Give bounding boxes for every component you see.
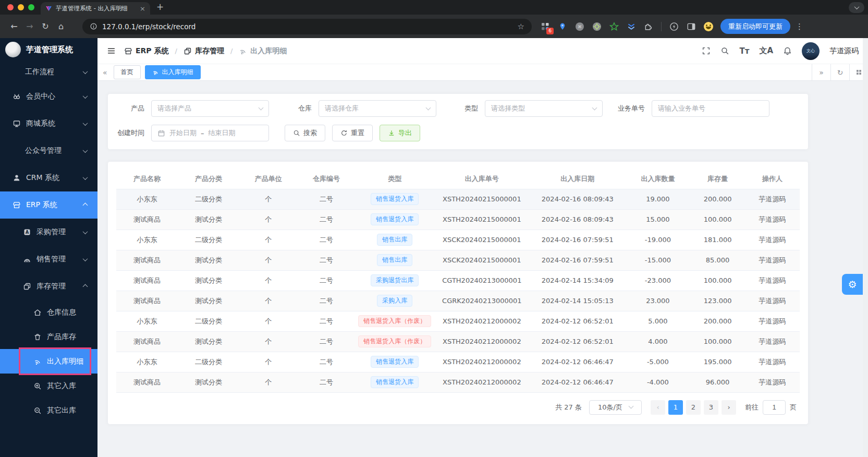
export-button[interactable]: 导出: [380, 125, 420, 141]
cell-product: 测试商品: [116, 372, 178, 392]
site-info-icon[interactable]: [90, 22, 97, 30]
language-icon[interactable]: 文A: [759, 46, 773, 56]
extension-circle-icon-2[interactable]: [592, 22, 602, 31]
browser-tab[interactable]: 芋道管理系统 - 出入库明细 ×: [41, 2, 150, 15]
tabs-refresh-icon[interactable]: ↻: [830, 64, 849, 80]
sidebar-item-9[interactable]: 仓库信息: [0, 300, 97, 324]
notification-bell-icon[interactable]: [783, 46, 792, 55]
cell-date: 2024-02-12 06:46:47: [530, 352, 626, 372]
page-button-1[interactable]: 1: [668, 400, 683, 415]
sidebar-item-10[interactable]: 产品库存: [0, 324, 97, 349]
window-zoom-button[interactable]: [28, 4, 34, 10]
sidebar-item-label: 采购管理: [36, 227, 66, 237]
theme-settings-button[interactable]: ⚙: [842, 274, 863, 295]
page-number-buttons: 123: [667, 400, 720, 415]
cell-category: 测试分类: [178, 331, 239, 352]
sidebar-item-11[interactable]: 出入库明细: [0, 349, 97, 374]
sidebar-item-3[interactable]: 公众号管理: [0, 137, 97, 164]
sidebar-item-5[interactable]: ERP 系统: [0, 191, 97, 219]
chevron-down-icon: [83, 148, 88, 153]
forward-icon[interactable]: →: [22, 21, 38, 31]
cell-type: 销售出库: [356, 230, 434, 250]
fullscreen-icon[interactable]: [702, 46, 711, 55]
page-tab-record[interactable]: 出入库明细: [145, 65, 201, 79]
cell-quantity: -19.000: [626, 230, 691, 250]
cell-quantity: 23.000: [626, 291, 691, 311]
cell-category: 测试分类: [178, 372, 239, 392]
extension-pin-icon[interactable]: [558, 22, 567, 31]
page-button-3[interactable]: 3: [704, 400, 718, 415]
extension-green-star-icon[interactable]: [609, 22, 619, 31]
cell-date: 2024-02-16 08:09:43: [530, 189, 626, 209]
sidebar-item-6[interactable]: A采购管理: [0, 219, 97, 246]
sidebar-item-4[interactable]: CRM 系统: [0, 164, 97, 191]
browser-scrollbar[interactable]: [863, 38, 868, 457]
page-button-2[interactable]: 2: [686, 400, 701, 415]
page-tab-home[interactable]: 首页: [114, 65, 141, 79]
window-minimize-button[interactable]: [18, 4, 24, 10]
cell-unit: 个: [239, 331, 297, 352]
new-tab-button[interactable]: +: [156, 2, 164, 12]
reload-icon[interactable]: ↻: [38, 21, 53, 31]
tabs-expand-icon[interactable]: »: [812, 64, 830, 80]
cell-order_no: XSTH20240212000002: [434, 352, 530, 372]
prev-page-button[interactable]: ‹: [651, 400, 665, 415]
browser-menu-icon[interactable]: ⋮: [796, 22, 803, 31]
back-icon[interactable]: ←: [6, 21, 22, 31]
chevron-down-icon: [83, 69, 88, 74]
cell-unit: 个: [239, 230, 297, 250]
window-close-button[interactable]: [7, 4, 14, 10]
profile-emoji-icon[interactable]: [704, 22, 713, 31]
font-size-icon[interactable]: Tт: [739, 46, 749, 56]
column-header: 出入库数量: [626, 169, 691, 189]
battery-saver-icon[interactable]: [669, 22, 679, 31]
breadcrumb-item-erp[interactable]: ERP 系统: [124, 46, 168, 56]
sidebar-item-13[interactable]: 其它出库: [0, 398, 97, 423]
sidebar-item-2[interactable]: 商城系统: [0, 110, 97, 137]
search-button[interactable]: 搜索: [285, 125, 325, 141]
page-size-select[interactable]: 10条/页: [589, 400, 642, 415]
goto-page-input[interactable]: [763, 400, 786, 415]
sidebar-item-1[interactable]: 会员中心: [0, 83, 97, 110]
chrome-update-button[interactable]: 重新启动即可更新: [720, 19, 790, 34]
bookmark-star-icon[interactable]: ☆: [518, 22, 524, 31]
product-select[interactable]: 请选择产品: [151, 100, 269, 117]
tabs-collapse-icon[interactable]: «: [103, 68, 107, 77]
reset-button[interactable]: 重置: [332, 125, 373, 141]
username[interactable]: 芋道源码: [829, 46, 859, 56]
cell-product: 小东东: [116, 352, 178, 372]
tab-search-button[interactable]: [849, 2, 864, 13]
svg-text:A: A: [26, 230, 29, 235]
sidebar-item-12[interactable]: 其它入库: [0, 374, 97, 398]
breadcrumb-separator: /: [175, 47, 177, 55]
bizno-input[interactable]: 请输入业务单号: [652, 100, 769, 117]
sidebar-item-8[interactable]: 库存管理: [0, 273, 97, 300]
date-range-input[interactable]: 开始日期 – 结束日期: [151, 125, 269, 141]
user-avatar[interactable]: 文心: [802, 42, 820, 60]
cell-order_no: XSTH20240215000001: [434, 189, 530, 209]
sidebar-toggle-icon[interactable]: [107, 46, 116, 55]
tab-close-icon[interactable]: ×: [140, 5, 145, 12]
sidebar-brand[interactable]: 芋道管理系统: [0, 38, 97, 61]
address-bar[interactable]: 127.0.0.1/erp/stock/record ☆: [82, 19, 532, 34]
url-text[interactable]: 127.0.0.1/erp/stock/record: [102, 22, 513, 31]
cell-warehouse: 二号: [297, 372, 355, 392]
extensions-puzzle-icon[interactable]: [644, 22, 653, 31]
breadcrumb-item-stock[interactable]: 库存管理: [184, 46, 224, 56]
type-select[interactable]: 请选择类型: [485, 100, 603, 117]
sidebar-item-0[interactable]: 工作流程: [0, 61, 97, 83]
search-icon[interactable]: [720, 46, 729, 55]
warehouse-select[interactable]: 请选择仓库: [319, 100, 436, 117]
next-page-button[interactable]: ›: [722, 400, 736, 415]
side-panel-icon[interactable]: [687, 22, 696, 31]
cell-category: 测试分类: [178, 209, 239, 230]
extension-circle-icon-1[interactable]: ⌘: [575, 22, 584, 31]
extension-chevrons-icon[interactable]: [627, 22, 636, 31]
cell-operator: 芋道源码: [745, 230, 800, 250]
extension-grid-icon[interactable]: 6: [541, 22, 550, 31]
cell-warehouse: 二号: [297, 311, 355, 331]
table-row: 测试商品测试分类个二号销售退货入库XSTH202402120000022024-…: [116, 372, 800, 392]
sidebar-item-7[interactable]: 销售管理: [0, 246, 97, 273]
home-icon[interactable]: ⌂: [53, 21, 69, 31]
cell-warehouse: 二号: [297, 291, 355, 311]
